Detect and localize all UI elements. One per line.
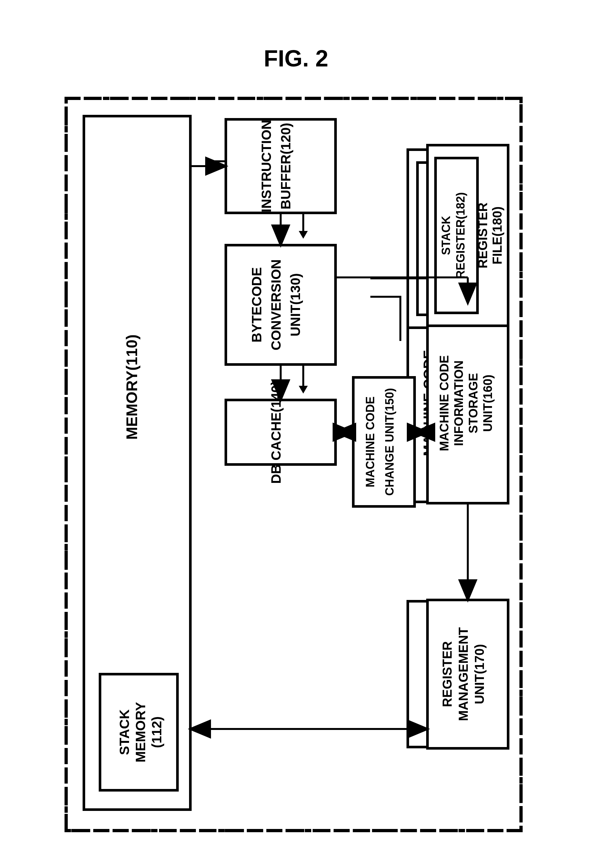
figure-title: FIG. 2 <box>264 45 328 72</box>
svg-text:UNIT(170): UNIT(170) <box>472 644 487 704</box>
svg-text:STORAGE: STORAGE <box>467 373 480 433</box>
memory-text: MEMORY(110) <box>123 335 140 440</box>
diagram-final: MEMORY(110) STACK MEMORY (112) INSTRUCTI… <box>65 97 523 832</box>
svg-text:MANAGEMENT: MANAGEMENT <box>456 627 470 721</box>
svg-text:MACHINE CODE: MACHINE CODE <box>363 396 377 487</box>
svg-text:INSTRUCTION: INSTRUCTION <box>259 120 274 213</box>
svg-text:STACK: STACK <box>439 216 453 255</box>
svg-text:(112): (112) <box>149 716 164 748</box>
svg-text:CONVERSION: CONVERSION <box>269 259 283 350</box>
svg-text:BYTECODE: BYTECODE <box>249 267 264 342</box>
svg-text:FILE(180): FILE(180) <box>490 207 504 264</box>
svg-text:REGISTER: REGISTER <box>440 641 454 707</box>
svg-text:STACK: STACK <box>117 709 132 755</box>
svg-text:UNIT(130): UNIT(130) <box>288 273 303 337</box>
svg-text:MEMORY: MEMORY <box>133 702 148 762</box>
svg-text:UNIT(160): UNIT(160) <box>481 375 495 432</box>
svg-text:BUFFER(120): BUFFER(120) <box>278 123 293 209</box>
svg-text:INFORMATION: INFORMATION <box>452 360 465 446</box>
svg-text:MACHINE CODE: MACHINE CODE <box>437 355 451 451</box>
svg-text:REGISTER(182): REGISTER(182) <box>454 192 467 279</box>
svg-text:CHANGE UNIT(150): CHANGE UNIT(150) <box>383 388 396 496</box>
